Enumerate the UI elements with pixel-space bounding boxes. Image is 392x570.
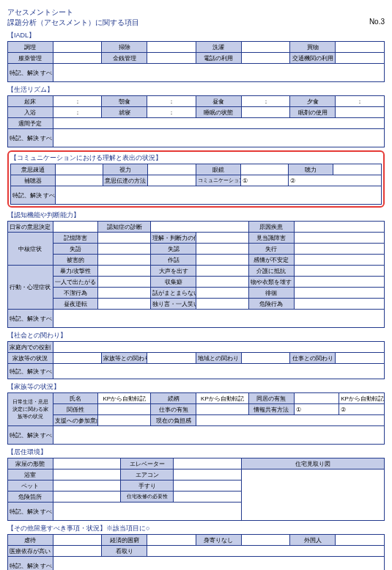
cell[interactable]: [147, 546, 385, 557]
cell[interactable]: [196, 244, 248, 255]
notes-label: 特記、解決 すべき課題など: [11, 186, 56, 205]
cell[interactable]: [241, 53, 290, 64]
cell[interactable]: [53, 458, 121, 469]
cell[interactable]: [336, 535, 385, 546]
cell[interactable]: [53, 342, 384, 353]
cell[interactable]: [147, 53, 196, 64]
iadl-table: 調理 掃除 洗濯 買物 服薬管理 金銭管理 電話の利用 交通機関の利用 特記、解…: [7, 41, 385, 82]
notes-field[interactable]: [53, 129, 384, 147]
cell: 収集癖: [151, 277, 196, 288]
notes-field[interactable]: [53, 503, 241, 521]
cell: 続柄: [151, 393, 196, 404]
cell: 日常の意思決定: [8, 222, 53, 233]
cell[interactable]: [294, 266, 384, 277]
cell[interactable]: [294, 222, 384, 233]
floor-plan-area[interactable]: [241, 469, 384, 521]
cell[interactable]: [196, 415, 384, 426]
cell[interactable]: [98, 255, 151, 266]
cell[interactable]: [147, 353, 196, 364]
cell[interactable]: [53, 492, 121, 503]
cell[interactable]: [53, 53, 102, 64]
cell[interactable]: [294, 288, 384, 299]
cell[interactable]: [53, 546, 102, 557]
cell[interactable]: ：: [241, 96, 290, 107]
notes-field[interactable]: [53, 364, 384, 379]
cell[interactable]: ：: [53, 107, 102, 118]
cell[interactable]: [294, 255, 384, 266]
cell: 危険行為: [248, 299, 294, 310]
notes-label: 特記、解決 すべき課題など: [8, 129, 53, 147]
notes-field[interactable]: [55, 186, 381, 205]
cell[interactable]: [98, 233, 151, 244]
cell[interactable]: [174, 481, 242, 492]
cell[interactable]: [98, 415, 151, 426]
cell[interactable]: [147, 42, 196, 53]
notes-field[interactable]: [53, 426, 384, 445]
cell[interactable]: [148, 164, 196, 175]
notes-field[interactable]: [53, 557, 384, 571]
cell[interactable]: KPから自動転記: [339, 393, 385, 404]
cell[interactable]: ①: [240, 175, 289, 186]
cell[interactable]: [294, 233, 384, 244]
cell[interactable]: [53, 353, 102, 364]
notes-field[interactable]: [53, 64, 384, 82]
cell[interactable]: [241, 107, 290, 118]
cell: 洗濯: [196, 42, 241, 53]
cell[interactable]: [241, 535, 290, 546]
cell[interactable]: [53, 481, 121, 492]
cell: 独り言・一人笑い: [151, 299, 196, 310]
cell[interactable]: [336, 353, 385, 364]
cell[interactable]: [98, 244, 151, 255]
cell[interactable]: [196, 255, 248, 266]
cell: 身寄りなし: [196, 535, 241, 546]
cell[interactable]: [294, 244, 384, 255]
cell[interactable]: [55, 175, 103, 186]
cell[interactable]: [98, 266, 151, 277]
cell[interactable]: [240, 164, 289, 175]
cell[interactable]: ②: [339, 404, 385, 415]
cell[interactable]: KPから自動転記: [98, 393, 151, 404]
cell[interactable]: [151, 222, 249, 233]
cell[interactable]: [196, 404, 248, 415]
cell[interactable]: ：: [147, 107, 196, 118]
cell[interactable]: ②: [289, 175, 382, 186]
cell[interactable]: KPから自動転記: [196, 393, 248, 404]
cell[interactable]: [148, 175, 196, 186]
cell: 不潔行為: [53, 288, 98, 299]
cell[interactable]: [55, 164, 103, 175]
cell[interactable]: [174, 492, 242, 503]
cell[interactable]: [98, 299, 151, 310]
cell[interactable]: [53, 535, 102, 546]
cell[interactable]: [174, 458, 242, 469]
cell[interactable]: [53, 118, 384, 129]
cell[interactable]: [294, 277, 384, 288]
cell[interactable]: [196, 233, 248, 244]
cell[interactable]: [196, 299, 248, 310]
cell[interactable]: [333, 164, 382, 175]
cell[interactable]: [241, 42, 290, 53]
cell[interactable]: [196, 288, 248, 299]
cell[interactable]: [98, 404, 151, 415]
cell[interactable]: ：: [147, 96, 196, 107]
notes-field[interactable]: [53, 310, 384, 328]
comm-table: 意思疎通 視力 眼鏡 聴力 補聴器 意思伝達の方法 コミュニケーションツール① …: [10, 164, 382, 205]
cell[interactable]: [53, 222, 98, 233]
cell[interactable]: [294, 393, 339, 404]
cell[interactable]: [336, 53, 385, 64]
cell[interactable]: ：: [53, 96, 102, 107]
cell[interactable]: [53, 469, 121, 481]
cell[interactable]: [98, 288, 151, 299]
cell[interactable]: ①: [294, 404, 339, 415]
cell: 情報共有方法: [248, 404, 294, 415]
cell[interactable]: [294, 299, 384, 310]
cell[interactable]: [174, 469, 242, 481]
cell[interactable]: [336, 42, 385, 53]
cell[interactable]: [196, 266, 248, 277]
cell[interactable]: [241, 353, 290, 364]
cell[interactable]: ：: [336, 96, 385, 107]
cell[interactable]: [147, 535, 196, 546]
cell[interactable]: [336, 107, 385, 118]
cell[interactable]: [98, 277, 151, 288]
cell[interactable]: [196, 277, 248, 288]
cell[interactable]: [53, 42, 102, 53]
